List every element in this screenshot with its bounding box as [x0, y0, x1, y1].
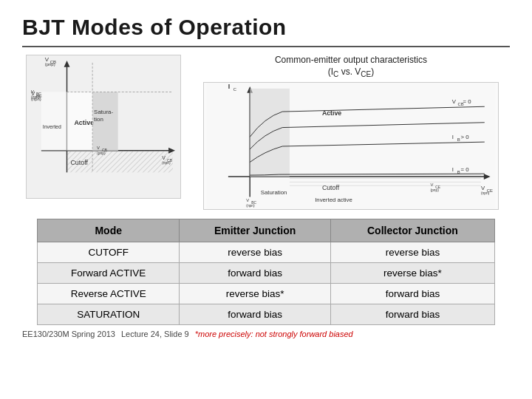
table-body: CUTOFF reverse bias reverse bias Forward…	[38, 242, 495, 325]
footer-slide: Lecture 24, Slide 9	[121, 330, 189, 338]
left-diagram: V CB (pnp) V BE (npn) V CB (npn) Active	[26, 55, 181, 199]
svg-text:(npn): (npn)	[31, 95, 40, 99]
svg-text:B: B	[457, 137, 460, 142]
svg-text:V: V	[31, 89, 34, 94]
svg-text:V: V	[481, 185, 485, 191]
col-collector: Collector Junction	[330, 219, 494, 242]
table-row: SATURATION forward bias forward bias	[38, 304, 495, 325]
header-row: Mode Emitter Junction Collector Junction	[38, 219, 495, 242]
svg-text:tion: tion	[94, 116, 103, 123]
page-title: BJT Modes of Operation	[22, 15, 510, 40]
svg-text:(pnp): (pnp)	[430, 188, 439, 192]
svg-text:> 0: > 0	[461, 134, 470, 140]
svg-text:= 0: = 0	[463, 98, 471, 105]
svg-text:I: I	[452, 166, 454, 173]
svg-text:V: V	[452, 98, 457, 105]
table-row: Reverse ACTIVE reverse bias* forward bia…	[38, 284, 495, 304]
row2-mode: Forward ACTIVE	[38, 263, 180, 284]
svg-text:I: I	[228, 83, 230, 90]
row1-collector: reverse bias	[330, 242, 494, 263]
svg-text:V: V	[246, 198, 249, 202]
table-container: Mode Emitter Junction Collector Junction…	[22, 219, 510, 325]
svg-text:Active: Active	[322, 109, 341, 117]
slide: BJT Modes of Operation V CB (pn	[0, 0, 532, 399]
col-mode: Mode	[38, 219, 180, 242]
row1-emitter: reverse bias	[180, 242, 330, 263]
svg-rect-22	[41, 92, 67, 150]
row3-collector: forward bias	[330, 284, 494, 304]
row4-collector: forward bias	[330, 304, 494, 325]
row2-collector: reverse bias*	[330, 263, 494, 284]
diagram-label: Common-emitter output characteristics (I…	[275, 55, 427, 79]
row3-mode: Reverse ACTIVE	[38, 284, 180, 304]
table-row: CUTOFF reverse bias reverse bias	[38, 242, 495, 263]
row2-emitter: forward bias	[180, 263, 330, 284]
footer-left: EE130/230M Spring 2013	[22, 330, 115, 338]
footer-note: *more precisely: not strongly forward bi…	[195, 330, 353, 338]
svg-text:Active: Active	[74, 119, 94, 126]
diagrams-row: V CB (pnp) V BE (npn) V CB (npn) Active	[22, 55, 510, 210]
table-row: Forward ACTIVE forward bias reverse bias…	[38, 263, 495, 284]
svg-text:Inverted active: Inverted active	[315, 197, 352, 203]
footer: EE130/230M Spring 2013 Lecture 24, Slide…	[22, 330, 510, 338]
svg-text:I: I	[452, 134, 454, 140]
svg-text:(npn): (npn)	[481, 191, 490, 195]
title-divider	[22, 46, 510, 47]
right-diagram-wrapper: Common-emitter output characteristics (I…	[192, 55, 510, 210]
svg-text:V: V	[97, 146, 100, 150]
col-emitter: Emitter Junction	[180, 219, 330, 242]
modes-table: Mode Emitter Junction Collector Junction…	[37, 219, 495, 325]
svg-text:Saturation: Saturation	[261, 189, 287, 196]
row1-mode: CUTOFF	[38, 242, 180, 263]
svg-text:Satura-: Satura-	[94, 109, 113, 115]
table-header: Mode Emitter Junction Collector Junction	[38, 219, 495, 242]
left-diagram-wrapper: V CB (pnp) V BE (npn) V CB (npn) Active	[22, 55, 185, 210]
row4-mode: SATURATION	[38, 304, 180, 325]
svg-rect-63	[290, 174, 481, 188]
row3-emitter: reverse bias*	[180, 284, 330, 304]
svg-rect-43	[250, 89, 290, 177]
svg-text:(pnp): (pnp)	[97, 151, 106, 155]
svg-text:= 0: = 0	[461, 166, 470, 173]
svg-text:Inverted: Inverted	[43, 124, 61, 129]
content-area: V CB (pnp) V BE (npn) V CB (npn) Active	[22, 55, 510, 392]
row4-emitter: forward bias	[180, 304, 330, 325]
svg-text:(npn): (npn)	[246, 204, 255, 208]
svg-text:(pnp): (pnp)	[45, 62, 55, 66]
right-diagram: I C V CE (npn) I B = 0 I B	[203, 82, 499, 210]
svg-text:Cutoff: Cutoff	[70, 159, 88, 166]
